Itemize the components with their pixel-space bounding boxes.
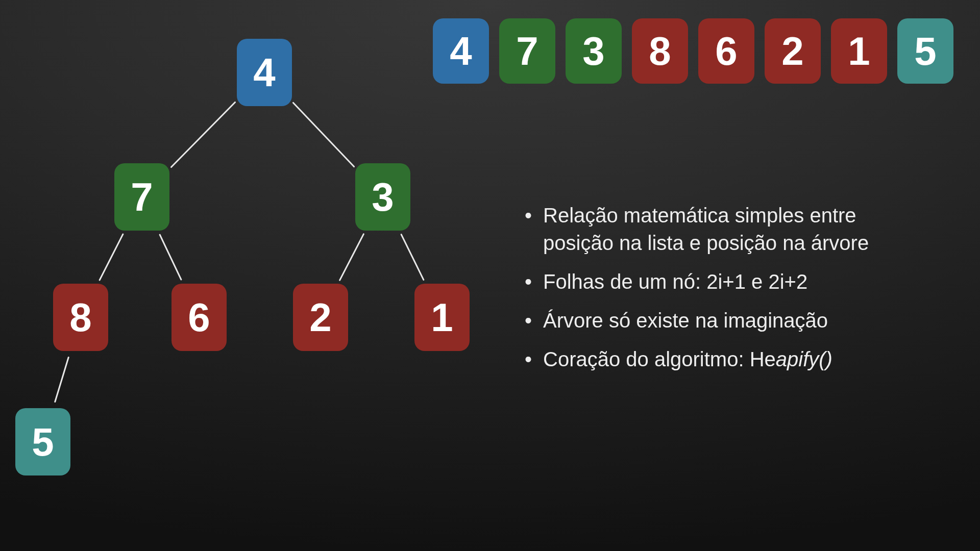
bullet-item: Folhas de um nó: 2i+1 e 2i+2 — [521, 268, 929, 295]
array-cell: 7 — [499, 18, 555, 84]
tree-node: 4 — [237, 39, 292, 106]
bullet-item: Árvore só existe na imaginação — [521, 307, 929, 334]
tree-edge — [293, 103, 354, 166]
array-cell: 6 — [698, 18, 754, 84]
tree-node: 3 — [355, 163, 410, 231]
bullet-item: Relação matemática simples entre posição… — [521, 202, 929, 257]
array-cell: 3 — [566, 18, 622, 84]
tree-edge — [100, 234, 123, 280]
array-cell: 4 — [433, 18, 489, 84]
tree-node: 6 — [172, 284, 227, 351]
bullet-list: Relação matemática simples entre posição… — [521, 202, 929, 384]
tree-edge — [172, 102, 235, 167]
tree-node: 5 — [15, 408, 70, 475]
tree-node: 8 — [53, 284, 108, 351]
slide-stage: 47386215 47386215 Relação matemática sim… — [0, 0, 980, 551]
tree-node: 7 — [114, 163, 169, 231]
tree-node: 2 — [293, 284, 348, 351]
array-cell: 5 — [897, 18, 953, 84]
tree-edge — [401, 235, 424, 280]
bullet-item: Coração do algoritmo: Heapify() — [521, 345, 929, 373]
bullet-text: Coração do algoritmo: He — [543, 348, 776, 370]
tree-edge — [340, 234, 364, 280]
bullet-text-italic: apify() — [776, 348, 832, 370]
tree-node: 1 — [414, 284, 470, 351]
array-cell: 1 — [831, 18, 887, 84]
array-cell: 2 — [765, 18, 821, 84]
tree-edge — [160, 235, 181, 280]
array-cell: 8 — [632, 18, 688, 84]
tree-edge — [55, 357, 68, 402]
